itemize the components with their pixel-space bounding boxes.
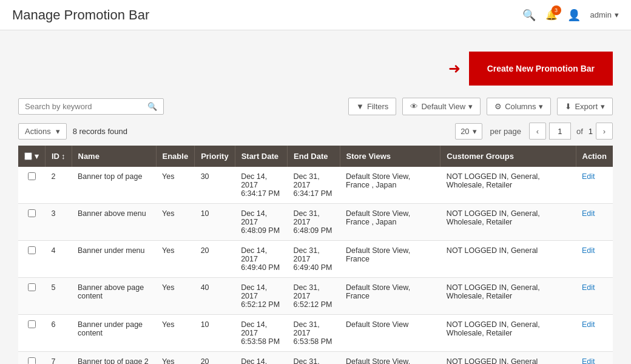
row-start-date: Dec 14, 2017 6:34:17 PM: [235, 167, 287, 204]
records-found: 8 records found: [73, 127, 127, 136]
row-name: Banner above page content: [72, 278, 156, 315]
row-checkbox[interactable]: [28, 209, 36, 217]
row-checkbox[interactable]: [28, 283, 36, 291]
th-customer-groups[interactable]: Customer Groups: [440, 146, 576, 167]
export-chevron-icon: ▾: [601, 102, 605, 111]
row-enable: Yes: [156, 278, 195, 315]
row-edit-action[interactable]: Edit: [576, 241, 613, 278]
page-title: Manage Promotion Bar: [12, 7, 149, 23]
th-end-date[interactable]: End Date: [288, 146, 340, 167]
row-customer-groups: NOT LOGGED IN, General, Wholesale, Retai…: [440, 315, 576, 352]
row-enable: Yes: [156, 352, 195, 365]
row-store-views: Default Store View, France , Japan: [340, 352, 440, 365]
default-view-button[interactable]: 👁 Default View ▾: [402, 98, 481, 115]
row-id: 3: [46, 204, 72, 241]
view-chevron-icon: ▾: [468, 102, 473, 111]
th-checkbox[interactable]: ▾: [18, 146, 46, 167]
row-id: 2: [46, 167, 72, 204]
row-checkbox-cell[interactable]: [18, 241, 46, 278]
row-end-date: Dec 31, 2017 6:49:40 PM: [288, 241, 340, 278]
actions-chevron-icon: ▾: [56, 127, 60, 136]
row-start-date: Dec 14, 2017 6:48:09 PM: [235, 204, 287, 241]
create-new-promotion-bar-button[interactable]: Create New Promotion Bar: [473, 55, 609, 82]
row-store-views: Default Store View: [340, 315, 440, 352]
row-name: Banner under menu: [72, 241, 156, 278]
actions-left: Actions ▾ 8 records found: [18, 123, 127, 140]
row-customer-groups: NOT LOGGED IN, General, Wholesale, Retai…: [440, 278, 576, 315]
table-row: 6 Banner under page content Yes 10 Dec 1…: [18, 315, 613, 352]
filter-icon: ▼: [356, 102, 364, 111]
page-total: 1: [589, 127, 593, 136]
row-end-date: Dec 31, 2017 6:53:58 PM: [288, 315, 340, 352]
row-customer-groups: NOT LOGGED IN, General, Wholesale, Retai…: [440, 204, 576, 241]
row-edit-action[interactable]: Edit: [576, 204, 613, 241]
row-priority: 10: [195, 315, 235, 352]
per-page-select[interactable]: 20 ▾: [455, 123, 482, 140]
row-id: 7: [46, 352, 72, 365]
row-start-date: Dec 14, 2017 6:53:58 PM: [235, 315, 287, 352]
data-table: ▾ ID ↕ Name Enable Priority Start Date E…: [18, 146, 613, 364]
row-store-views: Default Store View, France: [340, 278, 440, 315]
notification-icon[interactable]: 🔔 3: [545, 9, 558, 21]
per-page-value: 20: [461, 127, 469, 136]
view-label: Default View: [421, 102, 465, 111]
admin-chevron-icon: ▾: [615, 10, 619, 19]
notification-badge: 3: [552, 5, 561, 15]
th-action: Action: [576, 146, 613, 167]
row-enable: Yes: [156, 241, 195, 278]
row-checkbox-cell[interactable]: [18, 204, 46, 241]
row-edit-action[interactable]: Edit: [576, 352, 613, 365]
actions-bar: Actions ▾ 8 records found 20 ▾ per page …: [18, 123, 613, 140]
row-checkbox[interactable]: [28, 320, 36, 328]
row-customer-groups: NOT LOGGED IN, General: [440, 352, 576, 365]
create-btn-section: ➜ Create New Promotion Bar: [18, 42, 613, 98]
row-edit-action[interactable]: Edit: [576, 278, 613, 315]
sort-icon-id: ↕: [61, 152, 66, 161]
columns-button[interactable]: ⚙ Columns ▾: [487, 98, 551, 115]
row-priority: 40: [195, 278, 235, 315]
th-priority[interactable]: Priority: [195, 146, 235, 167]
row-end-date: Dec 31, 2017 6:48:09 PM: [288, 204, 340, 241]
toolbar-left: 🔍: [18, 98, 164, 115]
row-id: 5: [46, 278, 72, 315]
row-customer-groups: NOT LOGGED IN, General, Wholesale, Retai…: [440, 167, 576, 204]
actions-dropdown[interactable]: Actions ▾: [18, 123, 67, 140]
th-name[interactable]: Name: [72, 146, 156, 167]
admin-menu[interactable]: admin ▾: [590, 10, 619, 19]
th-start-date[interactable]: Start Date: [235, 146, 287, 167]
th-store-views[interactable]: Store Views: [340, 146, 440, 167]
row-checkbox[interactable]: [28, 172, 36, 180]
arrow-right-icon: ➜: [448, 60, 461, 77]
header-right: 🔍 🔔 3 👤 admin ▾: [522, 8, 619, 22]
row-start-date: Dec 14, 2017 12:57:41 PM: [235, 352, 287, 365]
search-input[interactable]: [25, 102, 147, 111]
user-icon: 👤: [567, 8, 581, 22]
th-enable[interactable]: Enable: [156, 146, 195, 167]
table-row: 3 Banner above menu Yes 10 Dec 14, 2017 …: [18, 204, 613, 241]
th-id[interactable]: ID ↕: [46, 146, 72, 167]
select-all-checkbox[interactable]: [24, 152, 32, 160]
row-checkbox[interactable]: [28, 357, 36, 364]
gear-icon: ⚙: [494, 102, 502, 111]
prev-page-button[interactable]: ‹: [529, 123, 546, 140]
export-button[interactable]: ⬇ Export ▾: [557, 98, 613, 115]
row-edit-action[interactable]: Edit: [576, 315, 613, 352]
search-icon[interactable]: 🔍: [522, 8, 536, 22]
row-checkbox[interactable]: [28, 246, 36, 254]
row-checkbox-cell[interactable]: [18, 167, 46, 204]
filters-label: Filters: [367, 102, 388, 111]
row-priority: 20: [195, 241, 235, 278]
export-icon: ⬇: [565, 102, 572, 111]
row-checkbox-cell[interactable]: [18, 352, 46, 365]
search-submit-icon[interactable]: 🔍: [147, 102, 157, 111]
page-number-input[interactable]: [549, 123, 571, 140]
row-edit-action[interactable]: Edit: [576, 167, 613, 204]
row-checkbox-cell[interactable]: [18, 278, 46, 315]
row-name: Banner top of page 2: [72, 352, 156, 365]
row-enable: Yes: [156, 167, 195, 204]
filters-button[interactable]: ▼ Filters: [348, 98, 396, 115]
next-page-button[interactable]: ›: [596, 123, 613, 140]
search-box[interactable]: 🔍: [18, 98, 164, 115]
row-checkbox-cell[interactable]: [18, 315, 46, 352]
row-start-date: Dec 14, 2017 6:52:12 PM: [235, 278, 287, 315]
